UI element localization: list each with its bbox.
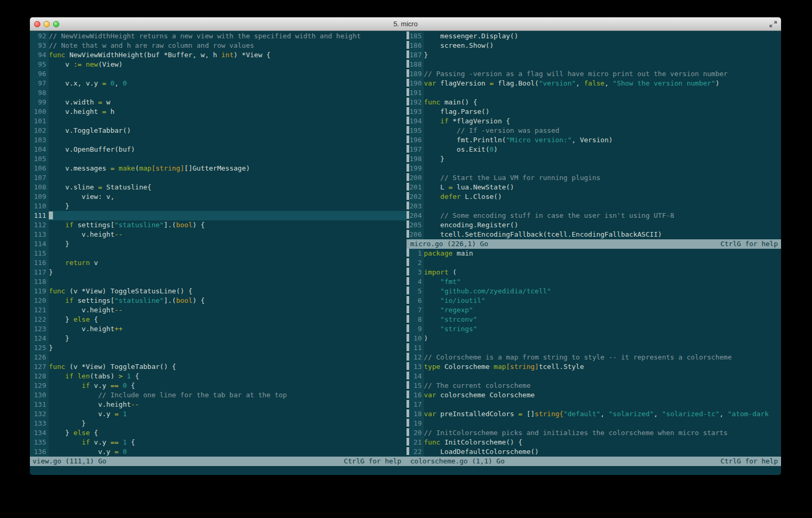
code-line[interactable]: 113 v.height-- <box>30 230 407 239</box>
code-line[interactable]: 122 } else { <box>30 315 407 324</box>
code-line[interactable]: 119func (v *View) ToggleStatusLine() { <box>30 287 407 296</box>
code-line[interactable]: 16var colorscheme Colorscheme <box>407 390 781 400</box>
code-line[interactable]: 114 } <box>30 239 407 249</box>
code-line[interactable]: 133 } <box>30 419 407 428</box>
code-line[interactable]: 118 <box>30 277 407 287</box>
code-line[interactable]: 94func NewViewWidthHeight(buf *Buffer, w… <box>30 50 407 60</box>
code-line[interactable]: 93// Note that w and h are raw column an… <box>30 41 407 50</box>
code-text <box>424 60 781 69</box>
code-line[interactable]: 203 <box>407 202 781 211</box>
code-line[interactable]: 131 v.height-- <box>30 400 407 409</box>
code-line[interactable]: 20// InitColorscheme picks and initializ… <box>407 428 781 438</box>
code-line[interactable]: 205 encoding.Register() <box>407 220 781 230</box>
code-line[interactable]: 18var preInstalledColors = []string{"def… <box>407 409 781 419</box>
code-line[interactable]: 108 v.sline = Statusline{ <box>30 183 407 192</box>
code-line[interactable]: 100 v.height = h <box>30 107 407 117</box>
code-line[interactable]: 5 "github.com/zyedidia/tcell" <box>407 287 781 296</box>
code-line[interactable]: 98 <box>30 88 407 98</box>
code-line[interactable]: 196 fmt.Println("Micro version:", Versio… <box>407 135 781 145</box>
code-line[interactable]: 22 LoadDefaultColorscheme() <box>407 447 781 457</box>
code-line[interactable]: 104 v.OpenBuffer(buf) <box>30 145 407 154</box>
code-line[interactable]: 121 v.height-- <box>30 305 407 315</box>
code-line[interactable]: 117} <box>30 268 407 277</box>
code-line[interactable]: 12// Colorscheme is a map from string to… <box>407 353 781 362</box>
code-line[interactable]: 120 if settings["statusline"].(bool) { <box>30 296 407 305</box>
code-line[interactable]: 193 flag.Parse() <box>407 107 781 117</box>
code-line[interactable]: 8 "strconv" <box>407 315 781 324</box>
code-line[interactable]: 195 // If -version was passed <box>407 126 781 135</box>
code-line[interactable]: 17 <box>407 400 781 409</box>
code-line[interactable]: 15// The current colorscheme <box>407 381 781 390</box>
code-line[interactable]: 96 <box>30 69 407 79</box>
code-line[interactable]: 103 <box>30 135 407 145</box>
code-line[interactable]: 3import ( <box>407 268 781 277</box>
resize-icon[interactable] <box>768 19 778 29</box>
code-line[interactable]: 190var flagVersion = flag.Bool("version"… <box>407 79 781 88</box>
code-line[interactable]: 128 if len(tabs) > 1 { <box>30 372 407 381</box>
code-line[interactable]: 204 // Some encoding stuff in case the u… <box>407 211 781 220</box>
code-line[interactable]: 191 <box>407 88 781 98</box>
code-line[interactable]: 124 } <box>30 334 407 343</box>
pane-micro-go[interactable]: 185 messenger.Display()186 screen.Show()… <box>407 31 781 239</box>
code-line[interactable]: 192func main() { <box>407 98 781 107</box>
code-line[interactable]: 194 if *flagVersion { <box>407 117 781 126</box>
titlebar[interactable]: 5. micro <box>30 17 781 31</box>
code-line[interactable]: 115 <box>30 249 407 258</box>
command-line[interactable] <box>30 466 781 475</box>
code-line[interactable]: 187} <box>407 50 781 60</box>
code-line[interactable]: 106 v.messages = make(map[string][]Gutte… <box>30 164 407 173</box>
code-line[interactable]: 13type Colorscheme map[string]tcell.Styl… <box>407 362 781 372</box>
line-number: 106 <box>30 164 49 173</box>
code-line[interactable]: 10) <box>407 334 781 343</box>
code-line[interactable]: 19 <box>407 419 781 428</box>
code-line[interactable]: 200 // Start the Lua VM for running plug… <box>407 173 781 183</box>
code-line[interactable]: 111 <box>30 211 407 220</box>
code-line[interactable]: 186 screen.Show() <box>407 41 781 50</box>
code-line[interactable]: 206 tcell.SetEncodingFallback(tcell.Enco… <box>407 230 781 239</box>
code-line[interactable]: 2 <box>407 258 781 268</box>
code-line[interactable]: 130 // Include one line for the tab bar … <box>30 390 407 400</box>
code-line[interactable]: 129 if v.y == 0 { <box>30 381 407 390</box>
code-line[interactable]: 188 <box>407 60 781 69</box>
code-line[interactable]: 116 return v <box>30 258 407 268</box>
code-text: v.width = w <box>49 98 407 107</box>
code-line[interactable]: 21func InitColorscheme() { <box>407 438 781 447</box>
code-line[interactable]: 109 view: v, <box>30 192 407 202</box>
code-line[interactable]: 6 "io/ioutil" <box>407 296 781 305</box>
code-line[interactable]: 110 } <box>30 202 407 211</box>
code-line[interactable]: 197 os.Exit(0) <box>407 145 781 154</box>
code-line[interactable]: 202 defer L.Close() <box>407 192 781 202</box>
code-line[interactable]: 97 v.x, v.y = 0, 0 <box>30 79 407 88</box>
code-line[interactable]: 185 messenger.Display() <box>407 31 781 41</box>
code-line[interactable]: 135 if v.y == 1 { <box>30 438 407 447</box>
code-line[interactable]: 95 v := new(View) <box>30 60 407 69</box>
code-line[interactable]: 107 <box>30 173 407 183</box>
code-line[interactable]: 134 } else { <box>30 428 407 438</box>
code-line[interactable]: 92// NewViewWidthHeight returns a new vi… <box>30 31 407 41</box>
pane-view-go[interactable]: 92// NewViewWidthHeight returns a new vi… <box>30 31 407 457</box>
code-line[interactable]: 9 "strings" <box>407 324 781 334</box>
code-line[interactable]: 201 L = lua.NewState() <box>407 183 781 192</box>
code-line[interactable]: 199 <box>407 164 781 173</box>
line-number: 107 <box>30 173 49 183</box>
code-line[interactable]: 105 <box>30 154 407 164</box>
code-line[interactable]: 125} <box>30 343 407 353</box>
code-line[interactable]: 4 "fmt" <box>407 277 781 287</box>
code-line[interactable]: 189// Passing -version as a flag will ha… <box>407 69 781 79</box>
code-line[interactable]: 102 v.ToggleTabbar() <box>30 126 407 135</box>
line-number: 12 <box>409 353 424 362</box>
code-line[interactable]: 123 v.height++ <box>30 324 407 334</box>
code-line[interactable]: 11 <box>407 343 781 353</box>
code-line[interactable]: 198 } <box>407 154 781 164</box>
code-line[interactable]: 112 if settings["statusline"].(bool) { <box>30 220 407 230</box>
code-line[interactable]: 7 "regexp" <box>407 305 781 315</box>
pane-colorscheme-go[interactable]: 1package main23import (4 "fmt"5 "github.… <box>407 249 781 457</box>
code-line[interactable]: 14 <box>407 372 781 381</box>
code-line[interactable]: 126 <box>30 353 407 362</box>
code-line[interactable]: 132 v.y = 1 <box>30 409 407 419</box>
code-line[interactable]: 127func (v *View) ToggleTabbar() { <box>30 362 407 372</box>
code-line[interactable]: 99 v.width = w <box>30 98 407 107</box>
code-line[interactable]: 101 <box>30 117 407 126</box>
code-line[interactable]: 1package main <box>407 249 781 258</box>
code-line[interactable]: 136 v.y = 0 <box>30 447 407 457</box>
